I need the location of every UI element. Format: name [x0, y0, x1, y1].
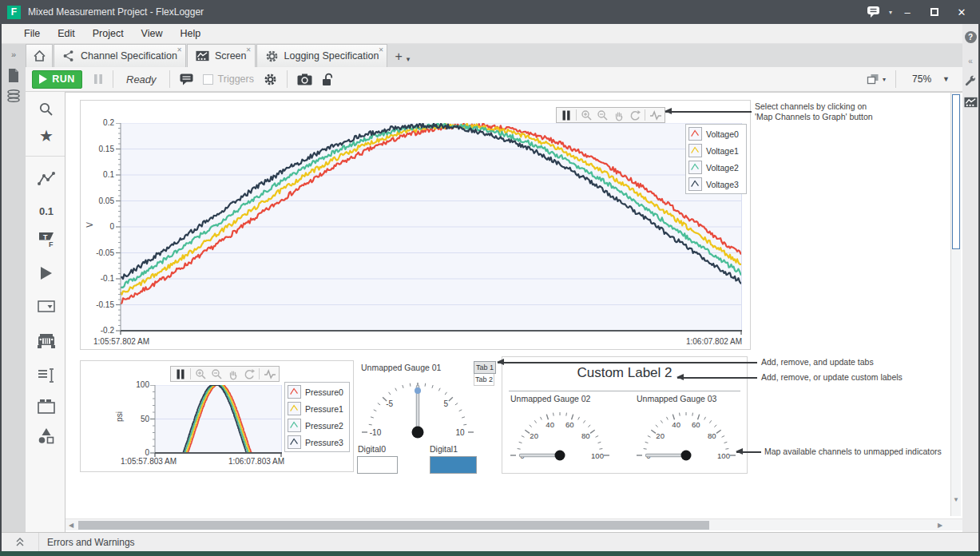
legend-item-pressure1[interactable]: Pressure1 — [288, 402, 347, 415]
text-edit-icon[interactable] — [36, 365, 57, 386]
shapes-icon[interactable] — [36, 426, 57, 447]
numeric-indicator-icon[interactable]: 0.1 — [36, 201, 57, 221]
dropdown-control-icon[interactable] — [36, 296, 57, 317]
zoom-out-icon[interactable] — [209, 367, 224, 380]
gauge-tick — [553, 413, 554, 416]
errors-warnings-tab[interactable]: Errors and Warnings — [47, 537, 135, 548]
close-button[interactable]: ✕ — [950, 0, 974, 24]
vehicle-icon[interactable] — [36, 330, 57, 351]
gauge-tick — [645, 442, 649, 443]
gauge-tick — [661, 420, 662, 423]
tab-close-icon[interactable]: ✕ — [177, 46, 182, 54]
menu-file[interactable]: File — [15, 28, 49, 39]
menu-help[interactable]: Help — [171, 28, 209, 39]
zoom-level-value[interactable]: 75% — [912, 73, 931, 85]
triggers-checkbox[interactable] — [203, 74, 213, 85]
triggers-toggle[interactable]: Triggers — [198, 70, 259, 89]
gauge02[interactable]: 020406080100 — [508, 405, 612, 463]
digital0-box[interactable] — [357, 456, 398, 474]
help-button[interactable]: ? — [962, 27, 978, 46]
menu-edit[interactable]: Edit — [49, 28, 84, 39]
tab-logging-specification[interactable]: Logging Specification ✕ — [256, 44, 388, 67]
y-tick-label: 0.2 — [103, 118, 114, 128]
scroll-down-icon[interactable]: ▼ — [953, 496, 959, 503]
map-channels-to-graph-button[interactable] — [262, 367, 277, 380]
maximize-button[interactable] — [922, 0, 946, 24]
feedback-caret-icon[interactable]: ▾ — [889, 9, 892, 16]
reset-zoom-icon[interactable] — [241, 367, 256, 380]
gauge-tick — [704, 417, 706, 420]
tab-container-icon[interactable] — [36, 395, 57, 416]
legend-item-pressure3[interactable]: Pressure3 — [288, 435, 347, 449]
trigger-settings-button[interactable] — [259, 70, 282, 89]
pan-hand-icon[interactable] — [611, 109, 626, 121]
legend-label: Pressure1 — [305, 404, 343, 414]
pause-button[interactable] — [89, 70, 108, 89]
feedback-bubble-icon — [867, 6, 881, 18]
lock-screen-button[interactable] — [317, 70, 339, 89]
graph-pause-button[interactable] — [173, 367, 188, 380]
menu-project[interactable]: Project — [84, 28, 133, 39]
horizontal-scrollbar[interactable]: ◀ ▶ — [65, 518, 962, 530]
layout-windows-button[interactable]: ▾ — [862, 70, 891, 89]
play-control-icon[interactable] — [36, 263, 57, 284]
legend-item-voltage2[interactable]: Voltage2 — [688, 161, 744, 174]
legend-item-pressure0[interactable]: Pressure0 — [288, 385, 347, 399]
map-channels-to-graph-button[interactable] — [648, 109, 663, 121]
menu-view[interactable]: View — [133, 28, 172, 39]
zoom-out-icon[interactable] — [595, 109, 610, 121]
zoom-in-icon[interactable] — [579, 109, 594, 121]
run-button[interactable]: RUN — [32, 70, 82, 89]
boolean-tf-icon[interactable]: T F — [36, 229, 57, 250]
screenshot-button[interactable] — [292, 70, 317, 89]
feedback-button[interactable] — [862, 0, 886, 24]
gauge-tick — [534, 420, 536, 423]
screens-panel-icon[interactable] — [962, 93, 978, 112]
screen-tab-1[interactable]: Tab 1 — [474, 361, 496, 374]
y-tick-label: 0.05 — [99, 197, 114, 206]
annotation-arrow — [665, 111, 752, 113]
screen-tab-2[interactable]: Tab 2 — [474, 374, 494, 386]
zoom-dropdown-caret-icon[interactable]: ▼ — [942, 75, 950, 83]
tab-close-icon[interactable]: ✕ — [246, 46, 252, 54]
vertical-scrollbar[interactable]: ▼ — [950, 93, 961, 516]
favorites-star-icon[interactable]: ★ — [36, 125, 57, 146]
tab-screen[interactable]: Screen ✕ — [187, 44, 256, 67]
graph-widget-icon[interactable] — [36, 169, 57, 189]
new-tab-button[interactable]: + ▾ — [395, 50, 410, 64]
scroll-right-icon[interactable]: ▶ — [938, 522, 942, 529]
gauge-tick — [680, 413, 680, 416]
series-swatch-icon — [688, 144, 702, 157]
custom-label-text[interactable]: Custom Label 2 — [502, 365, 747, 381]
zoom-in-icon[interactable] — [193, 367, 208, 380]
pan-hand-icon[interactable] — [225, 367, 240, 380]
expand-panel-button[interactable]: » — [2, 44, 26, 65]
comment-button[interactable] — [175, 70, 198, 89]
gauge03[interactable]: 020406080100 — [634, 405, 738, 463]
gauge-hub — [681, 451, 692, 461]
tab-home[interactable] — [26, 44, 53, 67]
gauge01[interactable]: -10-5510 — [362, 376, 474, 443]
layered-windows-icon — [867, 73, 879, 85]
legend-item-voltage3[interactable]: Voltage3 — [688, 177, 744, 191]
digital1-box[interactable] — [430, 456, 477, 474]
legend-item-voltage1[interactable]: Voltage1 — [688, 144, 744, 157]
horizontal-scrollbar-thumb[interactable] — [78, 521, 709, 530]
legend-label: Pressure3 — [305, 438, 343, 447]
project-files-icon[interactable] — [2, 65, 26, 85]
collapse-panel-button[interactable]: « — [962, 51, 978, 70]
gauge-tick — [389, 392, 391, 395]
search-icon[interactable] — [36, 99, 57, 120]
vertical-scrollbar-thumb[interactable] — [952, 94, 960, 249]
legend-item-voltage0[interactable]: Voltage0 — [688, 127, 744, 141]
tab-channel-specification[interactable]: Channel Specification ✕ — [54, 44, 186, 67]
reset-zoom-icon[interactable] — [627, 109, 642, 121]
configure-tools-icon[interactable] — [962, 72, 978, 91]
minimize-button[interactable]: – — [895, 0, 919, 24]
tab-close-icon[interactable]: ✕ — [379, 46, 384, 54]
graph-pause-button[interactable] — [558, 109, 573, 121]
expand-errors-button[interactable] — [2, 538, 38, 546]
legend-item-pressure2[interactable]: Pressure2 — [288, 419, 347, 432]
scroll-left-icon[interactable]: ◀ — [69, 522, 73, 529]
data-records-icon[interactable] — [2, 85, 26, 106]
